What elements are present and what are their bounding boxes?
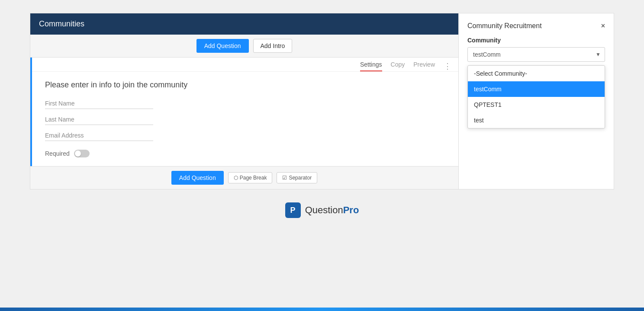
right-panel: Community Recruitment × Community -Selec…	[458, 13, 614, 189]
required-toggle[interactable]	[74, 150, 90, 157]
tab-preview[interactable]: Preview	[413, 61, 435, 71]
community-select-wrapper: -Select Community- testComm QPTEST1 test…	[467, 47, 605, 62]
required-row: Required	[45, 150, 445, 157]
more-options-icon[interactable]: ⋮	[444, 61, 451, 71]
question-content: Please enter in info to join the communi…	[32, 72, 458, 166]
first-name-label: First Name	[45, 100, 153, 109]
page-break-label: Page Break	[240, 175, 267, 181]
survey-header: Communities	[30, 13, 458, 35]
add-question-top-button[interactable]: Add Question	[196, 39, 249, 53]
right-panel-title: Community Recruitment	[467, 22, 542, 30]
question-title: Please enter in info to join the communi…	[45, 80, 445, 90]
email-field: Email Address	[45, 132, 445, 141]
page-title: Communities	[39, 19, 84, 28]
community-dropdown-list: -Select Community- testComm QPTEST1 test	[467, 65, 605, 128]
last-name-label: Last Name	[45, 116, 153, 125]
page-break-icon: ⬡	[234, 175, 238, 181]
brand-text-normal: Question	[305, 205, 343, 215]
brand-text-bold: Pro	[343, 205, 359, 215]
email-label: Email Address	[45, 132, 153, 141]
required-label: Required	[45, 150, 70, 157]
separator-icon: ☑	[282, 175, 287, 181]
survey-toolbar-bottom: Add Question ⬡ Page Break ☑ Separator	[30, 166, 458, 189]
first-name-field: First Name	[45, 100, 445, 109]
dropdown-item-qptest1[interactable]: QPTEST1	[468, 97, 605, 112]
community-select[interactable]: -Select Community- testComm QPTEST1 test	[467, 47, 605, 62]
tab-settings[interactable]: Settings	[360, 61, 382, 71]
questionpro-logo-text: QuestionPro	[305, 205, 359, 216]
right-panel-header: Community Recruitment ×	[467, 22, 605, 30]
close-button[interactable]: ×	[601, 22, 605, 30]
add-question-bottom-button[interactable]: Add Question	[171, 171, 224, 185]
question-block: Settings Copy Preview ⋮ Please enter in …	[30, 58, 458, 166]
bottom-bar	[0, 308, 644, 311]
question-tabs: Settings Copy Preview ⋮	[32, 58, 458, 72]
footer-branding: P QuestionPro	[30, 202, 614, 218]
questionpro-logo-icon: P	[285, 202, 301, 218]
dropdown-item-placeholder[interactable]: -Select Community-	[468, 66, 605, 81]
survey-toolbar-top: Add Question Add Intro	[30, 35, 458, 58]
separator-label: Separator	[289, 175, 312, 181]
tab-copy[interactable]: Copy	[391, 61, 405, 71]
add-intro-button[interactable]: Add Intro	[253, 39, 293, 53]
community-section-label: Community	[467, 37, 605, 44]
last-name-field: Last Name	[45, 116, 445, 125]
dropdown-item-testcomm[interactable]: testComm	[468, 81, 605, 97]
page-break-button[interactable]: ⬡ Page Break	[228, 172, 273, 183]
separator-button[interactable]: ☑ Separator	[277, 172, 317, 183]
dropdown-item-test[interactable]: test	[468, 112, 605, 128]
survey-panel: Communities Add Question Add Intro Setti…	[30, 13, 458, 189]
